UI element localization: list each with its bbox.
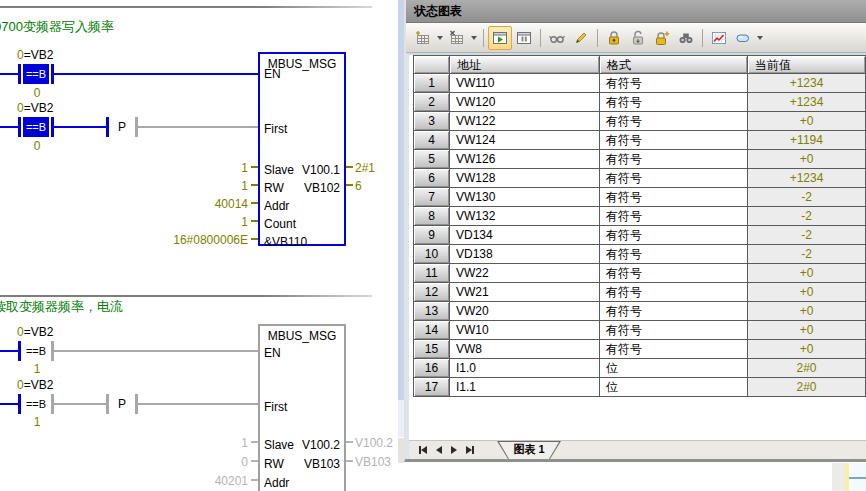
cell-format[interactable]: 有符号 bbox=[600, 302, 748, 321]
row-number[interactable]: 9 bbox=[414, 226, 450, 245]
next-chart-button[interactable] bbox=[451, 446, 457, 454]
row-number[interactable]: 15 bbox=[414, 340, 450, 359]
header-format[interactable]: 格式 bbox=[600, 56, 748, 74]
tag-button[interactable] bbox=[731, 26, 755, 50]
row-number[interactable]: 17 bbox=[414, 378, 450, 397]
read-all-button[interactable] bbox=[545, 26, 569, 50]
chart-status-on-button[interactable] bbox=[488, 26, 512, 50]
cell-address[interactable]: I1.1 bbox=[450, 378, 600, 397]
cell-address[interactable]: VW120 bbox=[450, 93, 600, 112]
row-number[interactable]: 13 bbox=[414, 302, 450, 321]
positive-edge-contact[interactable]: P bbox=[106, 394, 138, 414]
cell-format[interactable]: 有符号 bbox=[600, 207, 748, 226]
last-chart-button[interactable] bbox=[466, 446, 474, 454]
row-number[interactable]: 11 bbox=[414, 264, 450, 283]
pause-chart-button[interactable] bbox=[512, 26, 536, 50]
row-number[interactable]: 8 bbox=[414, 207, 450, 226]
cell-address[interactable]: VD134 bbox=[450, 226, 600, 245]
cell-address[interactable]: VW20 bbox=[450, 302, 600, 321]
mbus-msg-block[interactable]: MBUS_MSG EN First Slave V100.1 RW VB102 … bbox=[258, 52, 346, 246]
insert-row-button[interactable] bbox=[411, 26, 435, 50]
cell-format[interactable]: 位 bbox=[600, 378, 748, 397]
compare-contact[interactable]: ==B bbox=[18, 341, 54, 361]
row-number[interactable]: 12 bbox=[414, 283, 450, 302]
cell-format[interactable]: 有符号 bbox=[600, 93, 748, 112]
table-row[interactable]: 14VW10有符号+0 bbox=[414, 321, 866, 340]
cell-address[interactable]: VW124 bbox=[450, 131, 600, 150]
cell-address[interactable]: VW126 bbox=[450, 150, 600, 169]
table-row[interactable]: 6VW128有符号+1234 bbox=[414, 169, 866, 188]
cell-address[interactable]: VW132 bbox=[450, 207, 600, 226]
first-chart-button[interactable] bbox=[419, 446, 427, 454]
cell-address[interactable]: VW10 bbox=[450, 321, 600, 340]
row-number[interactable]: 1 bbox=[414, 74, 450, 93]
row-number[interactable]: 14 bbox=[414, 321, 450, 340]
header-address[interactable]: 地址 bbox=[450, 56, 600, 74]
row-number[interactable]: 4 bbox=[414, 131, 450, 150]
table-row[interactable]: 9VD134有符号-2 bbox=[414, 226, 866, 245]
table-row[interactable]: 3VW122有符号+0 bbox=[414, 112, 866, 131]
cell-address[interactable]: I1.0 bbox=[450, 359, 600, 378]
cell-address[interactable]: VW110 bbox=[450, 74, 600, 93]
cell-format[interactable]: 有符号 bbox=[600, 226, 748, 245]
table-row[interactable]: 15VW8有符号+0 bbox=[414, 340, 866, 359]
cell-format[interactable]: 有符号 bbox=[600, 169, 748, 188]
row-number[interactable]: 5 bbox=[414, 150, 450, 169]
chart-tab[interactable]: 图表 1 bbox=[497, 441, 561, 459]
compare-contact[interactable]: ==B bbox=[18, 394, 54, 414]
table-row[interactable]: 2VW120有符号+1234 bbox=[414, 93, 866, 112]
positive-edge-contact[interactable]: P bbox=[106, 117, 138, 137]
table-row[interactable]: 4VW124有符号+1194 bbox=[414, 131, 866, 150]
force-button[interactable] bbox=[602, 26, 626, 50]
table-row[interactable]: 1VW110有符号+1234 bbox=[414, 74, 866, 93]
header-current-value[interactable]: 当前值 bbox=[748, 56, 866, 74]
insert-row-dropdown[interactable] bbox=[435, 27, 445, 49]
cell-format[interactable]: 有符号 bbox=[600, 283, 748, 302]
table-row[interactable]: 12VW21有符号+0 bbox=[414, 283, 866, 302]
table-row[interactable]: 8VW132有符号-2 bbox=[414, 207, 866, 226]
cell-format[interactable]: 有符号 bbox=[600, 245, 748, 264]
cell-format[interactable]: 有符号 bbox=[600, 321, 748, 340]
previous-chart-button[interactable] bbox=[436, 446, 442, 454]
cell-format[interactable]: 有符号 bbox=[600, 131, 748, 150]
delete-row-dropdown[interactable] bbox=[469, 27, 479, 49]
cell-address[interactable]: VD138 bbox=[450, 245, 600, 264]
cell-format[interactable]: 位 bbox=[600, 359, 748, 378]
read-forced-button[interactable] bbox=[674, 26, 698, 50]
cell-address[interactable]: VW21 bbox=[450, 283, 600, 302]
table-row[interactable]: 5VW126有符号+0 bbox=[414, 150, 866, 169]
table-row[interactable]: 10VD138有符号-2 bbox=[414, 245, 866, 264]
compare-contact[interactable]: ==B bbox=[18, 64, 54, 84]
row-number[interactable]: 10 bbox=[414, 245, 450, 264]
table-row[interactable]: 7VW130有符号-2 bbox=[414, 188, 866, 207]
write-all-button[interactable] bbox=[569, 26, 593, 50]
delete-row-button[interactable] bbox=[445, 26, 469, 50]
header-corner[interactable] bbox=[414, 56, 450, 74]
unforce-button[interactable] bbox=[626, 26, 650, 50]
cell-format[interactable]: 有符号 bbox=[600, 188, 748, 207]
tag-dropdown[interactable] bbox=[755, 27, 765, 49]
table-row[interactable]: 16I1.0位2#0 bbox=[414, 359, 866, 378]
row-number[interactable]: 6 bbox=[414, 169, 450, 188]
cell-address[interactable]: VW130 bbox=[450, 188, 600, 207]
trend-view-button[interactable] bbox=[707, 26, 731, 50]
row-number[interactable]: 3 bbox=[414, 112, 450, 131]
table-row[interactable]: 11VW22有符号+0 bbox=[414, 264, 866, 283]
cell-address[interactable]: VW128 bbox=[450, 169, 600, 188]
cell-format[interactable]: 有符号 bbox=[600, 150, 748, 169]
cell-format[interactable]: 有符号 bbox=[600, 340, 748, 359]
cell-format[interactable]: 有符号 bbox=[600, 112, 748, 131]
row-number[interactable]: 2 bbox=[414, 93, 450, 112]
cell-format[interactable]: 有符号 bbox=[600, 74, 748, 93]
cell-address[interactable]: VW122 bbox=[450, 112, 600, 131]
row-number[interactable]: 7 bbox=[414, 188, 450, 207]
table-row[interactable]: 13VW20有符号+0 bbox=[414, 302, 866, 321]
cell-address[interactable]: VW22 bbox=[450, 264, 600, 283]
mbus-msg-block[interactable]: MBUS_MSG EN First Slave V100.2 RW VB103 … bbox=[258, 324, 346, 491]
cell-address[interactable]: VW8 bbox=[450, 340, 600, 359]
window-titlebar[interactable]: 状态图表 bbox=[406, 0, 866, 23]
table-row[interactable]: 17I1.1位2#0 bbox=[414, 378, 866, 397]
row-number[interactable]: 16 bbox=[414, 359, 450, 378]
compare-contact[interactable]: ==B bbox=[18, 117, 54, 137]
force-all-button[interactable] bbox=[650, 26, 674, 50]
